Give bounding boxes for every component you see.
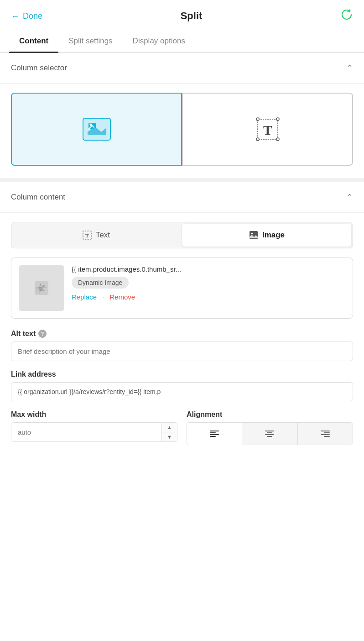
image-card: {{ item.product.images.0.thumb_sr... Dyn…	[11, 257, 353, 319]
column-selector-header[interactable]: Column selector ⌃	[0, 53, 364, 84]
align-left-icon	[209, 428, 220, 439]
settings-row: Max width ▲ ▼ Alignment	[11, 410, 353, 445]
column-content-label: Column content	[11, 193, 65, 202]
image-toggle-icon	[249, 230, 259, 240]
svg-text:T: T	[85, 233, 89, 238]
dynamic-image-badge: Dynamic Image	[72, 277, 129, 289]
column-image-card[interactable]	[11, 93, 182, 166]
done-label: Done	[23, 11, 42, 21]
alt-text-input[interactable]	[11, 342, 353, 361]
content-type-toggle: T Text Image	[11, 222, 353, 248]
action-separator: ·	[102, 293, 104, 301]
image-card-info: {{ item.product.images.0.thumb_sr... Dyn…	[72, 265, 345, 301]
alt-text-help-icon[interactable]: ?	[38, 330, 47, 338]
column-content-chevron-icon: ⌃	[346, 192, 353, 202]
back-arrow-icon: ←	[11, 11, 20, 21]
column-content-section: Column content ⌃ T Text Image	[0, 182, 364, 454]
toggle-image-button[interactable]: Image	[182, 224, 351, 247]
page-title: Split	[181, 10, 203, 22]
toggle-text-button[interactable]: T Text	[11, 222, 181, 248]
align-right-button[interactable]	[298, 423, 353, 445]
max-width-input[interactable]	[11, 423, 161, 441]
align-center-button[interactable]	[242, 423, 297, 445]
max-width-stepper: ▲ ▼	[161, 423, 177, 441]
tab-content[interactable]: Content	[9, 30, 58, 52]
thumbnail-placeholder-icon	[32, 279, 51, 297]
link-address-label: Link address	[11, 370, 353, 378]
column-selector-label: Column selector	[11, 63, 67, 73]
stepper-up-button[interactable]: ▲	[162, 423, 177, 432]
alignment-buttons	[187, 422, 353, 445]
image-thumbnail	[19, 265, 64, 311]
svg-point-8	[276, 138, 279, 141]
max-width-col: Max width ▲ ▼	[11, 410, 177, 442]
alt-text-label: Alt text ?	[11, 330, 353, 338]
image-filename: {{ item.product.images.0.thumb_sr...	[72, 265, 345, 273]
svg-point-7	[256, 138, 259, 141]
text-toggle-icon: T	[82, 230, 92, 240]
column-content-area: T Text Image	[0, 213, 364, 454]
align-right-icon	[320, 428, 331, 439]
svg-point-3	[89, 124, 92, 126]
toggle-text-label: Text	[96, 231, 110, 240]
max-width-input-wrap: ▲ ▼	[11, 422, 177, 442]
stepper-down-button[interactable]: ▼	[162, 432, 177, 441]
replace-button[interactable]: Replace	[72, 293, 97, 301]
alignment-col: Alignment	[187, 410, 353, 445]
toggle-image-label: Image	[262, 231, 285, 240]
alignment-label: Alignment	[187, 410, 353, 419]
text-column-icon: T	[254, 116, 281, 143]
max-width-label: Max width	[11, 410, 177, 419]
column-selector-content: T	[0, 84, 364, 179]
done-button[interactable]: ← Done	[11, 11, 42, 21]
section-divider	[0, 179, 364, 182]
svg-text:T: T	[263, 122, 272, 137]
column-text-card[interactable]: T	[182, 93, 353, 166]
image-column-icon	[82, 117, 111, 141]
column-selector-section: Column selector ⌃ T	[0, 53, 364, 179]
column-content-header[interactable]: Column content ⌃	[0, 182, 364, 213]
svg-point-5	[256, 118, 259, 121]
svg-point-13	[251, 233, 253, 235]
align-center-icon	[264, 428, 275, 439]
tabs-bar: Content Split settings Display options	[0, 30, 364, 53]
remove-button[interactable]: Remove	[109, 293, 135, 301]
align-left-button[interactable]	[187, 423, 242, 445]
image-actions: Replace · Remove	[72, 293, 345, 301]
svg-point-6	[276, 118, 279, 121]
column-selector-chevron-icon: ⌃	[346, 63, 353, 73]
header: ← Done Split	[0, 0, 364, 30]
link-address-input[interactable]	[11, 382, 353, 401]
refresh-icon[interactable]	[340, 8, 353, 24]
tab-split-settings[interactable]: Split settings	[58, 30, 122, 52]
tab-display-options[interactable]: Display options	[123, 30, 195, 52]
